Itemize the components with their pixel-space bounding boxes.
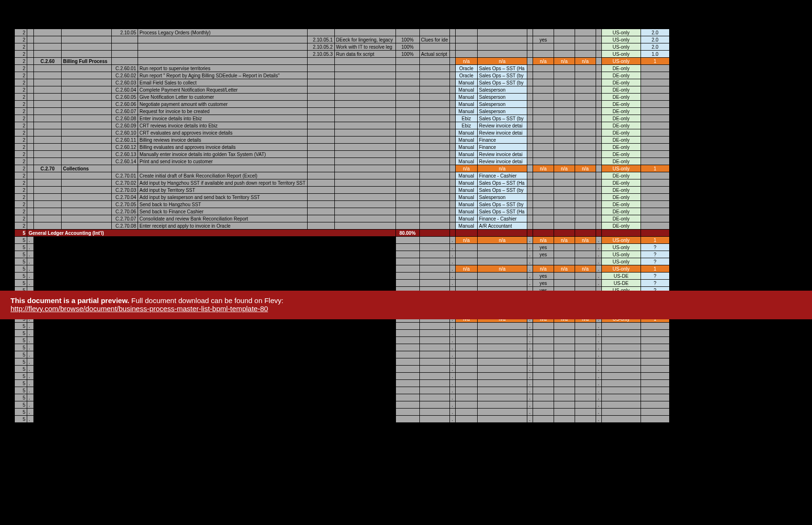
cell: . xyxy=(527,330,533,337)
cell: n/a xyxy=(575,265,596,273)
cell xyxy=(27,201,34,208)
table-row: 5.....n/an/a.n/an/an/a.US-only1 xyxy=(15,237,670,244)
cell xyxy=(455,51,477,58)
cell xyxy=(112,323,138,330)
cell xyxy=(62,79,112,86)
cell xyxy=(27,194,34,201)
table-row: 2C.2.70.03Add input by Territory SSTManu… xyxy=(15,187,670,194)
cell xyxy=(533,373,554,380)
cell xyxy=(554,394,575,401)
table-row: 5.....n/an/a.n/an/an/a.US-only1 xyxy=(15,265,670,273)
cell xyxy=(27,144,34,151)
cell: . xyxy=(62,394,112,401)
cell: . xyxy=(596,344,601,351)
cell: . xyxy=(596,337,601,344)
cell xyxy=(112,330,138,337)
cell: US-only xyxy=(601,237,641,244)
cell xyxy=(307,215,334,222)
cell: n/a xyxy=(477,165,527,172)
cell xyxy=(307,122,334,129)
table-row: 2C.2.60.05Give Notification Letter to cu… xyxy=(15,94,670,101)
cell xyxy=(596,194,601,201)
cell xyxy=(455,323,477,330)
cell: . xyxy=(138,401,308,409)
cell: . xyxy=(596,409,601,416)
table-row: 5....... xyxy=(15,330,670,337)
banner-bold: This document is a partial preview. xyxy=(11,296,129,304)
cell: n/a xyxy=(455,165,477,172)
cell: C.2.60.06 xyxy=(112,101,138,108)
cell: . xyxy=(27,409,34,416)
cell xyxy=(533,330,554,337)
cell xyxy=(27,187,34,194)
cell xyxy=(449,165,455,172)
table-row: 5....... xyxy=(15,344,670,351)
cell: DE-only xyxy=(601,65,641,72)
cell xyxy=(307,323,334,330)
cell: 5 xyxy=(15,416,27,423)
cell xyxy=(601,409,641,416)
cell xyxy=(527,222,533,230)
cell xyxy=(395,358,419,366)
cell xyxy=(554,258,575,265)
cell: ? xyxy=(641,280,669,287)
banner-rest: Full document download can be found on F… xyxy=(131,296,284,304)
cell xyxy=(554,215,575,222)
cell: 80.00% xyxy=(395,230,419,237)
cell xyxy=(334,79,395,86)
cell xyxy=(307,251,334,258)
cell: Consolidate and review Bank Reconciliati… xyxy=(138,215,308,222)
cell xyxy=(575,108,596,115)
cell: DE-only xyxy=(601,79,641,86)
cell xyxy=(34,265,62,273)
cell xyxy=(596,208,601,215)
cell: . xyxy=(27,401,34,409)
cell xyxy=(575,194,596,201)
cell: n/a xyxy=(554,165,575,172)
cell xyxy=(395,86,419,94)
cell xyxy=(62,201,112,208)
cell: . xyxy=(596,373,601,380)
cell: Billing Full Process xyxy=(62,58,112,65)
cell: . xyxy=(596,280,601,287)
cell xyxy=(477,258,527,265)
cell: 5 xyxy=(15,401,27,409)
cell: Add input by salesperson and send back t… xyxy=(138,194,308,201)
cell xyxy=(27,36,34,43)
cell xyxy=(34,122,62,129)
cell xyxy=(334,129,395,136)
cell: Finance xyxy=(477,144,527,151)
cell xyxy=(307,222,334,230)
cell xyxy=(533,351,554,358)
cell xyxy=(34,129,62,136)
cell xyxy=(596,136,601,144)
cell xyxy=(395,151,419,158)
cell: Manual xyxy=(455,79,477,86)
cell: Work with IT to resolve leg xyxy=(334,43,395,51)
banner-link[interactable]: http://flevy.com/browse/document/busines… xyxy=(11,304,268,313)
cell xyxy=(455,351,477,358)
cell: . xyxy=(596,273,601,280)
cell xyxy=(395,165,419,172)
table-row: 5......yes.US-only? xyxy=(15,251,670,258)
cell xyxy=(554,337,575,344)
cell xyxy=(641,387,669,394)
cell xyxy=(34,215,62,222)
cell xyxy=(554,358,575,366)
cell: . xyxy=(27,280,34,287)
cell xyxy=(419,208,449,215)
cell xyxy=(62,187,112,194)
cell xyxy=(419,330,449,337)
cell xyxy=(307,409,334,416)
cell xyxy=(449,179,455,187)
cell xyxy=(34,416,62,423)
cell: . xyxy=(527,380,533,387)
cell xyxy=(27,222,34,230)
cell xyxy=(641,358,669,366)
cell: DE-only xyxy=(601,101,641,108)
cell xyxy=(449,29,455,36)
cell xyxy=(641,94,669,101)
cell xyxy=(395,129,419,136)
table-row: 5....... xyxy=(15,416,670,423)
cell: n/a xyxy=(455,237,477,244)
